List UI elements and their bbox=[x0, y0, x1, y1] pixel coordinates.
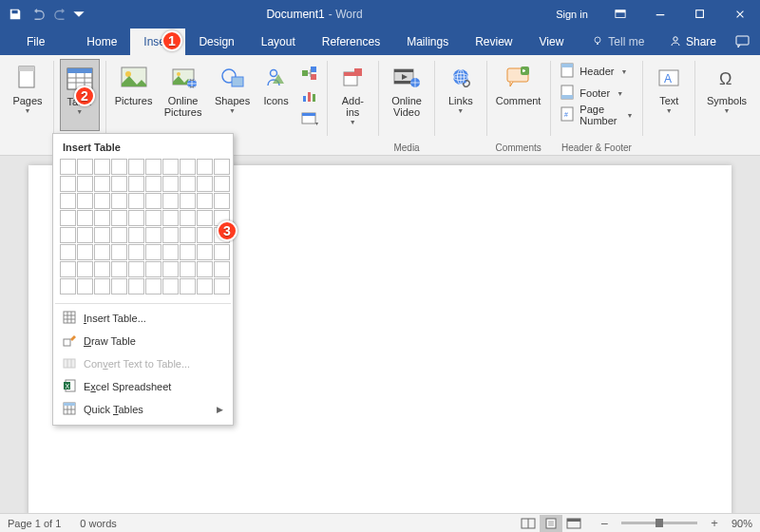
table-grid-cell[interactable] bbox=[94, 278, 110, 294]
table-grid-cell[interactable] bbox=[162, 244, 179, 260]
table-grid-cell[interactable] bbox=[94, 193, 110, 209]
table-grid-cell[interactable] bbox=[77, 193, 93, 209]
table-grid-cell[interactable] bbox=[111, 210, 127, 226]
table-grid-cell[interactable] bbox=[111, 278, 127, 294]
tab-design[interactable]: Design bbox=[185, 28, 247, 55]
table-grid-cell[interactable] bbox=[128, 159, 144, 175]
table-grid-cell[interactable] bbox=[162, 210, 179, 226]
zoom-level[interactable]: 90% bbox=[732, 518, 752, 529]
menu-quick-tables[interactable]: Quick Tables▶ bbox=[53, 398, 233, 421]
table-grid-cell[interactable] bbox=[77, 261, 93, 277]
table-grid-cell[interactable] bbox=[128, 227, 144, 243]
table-grid-cell[interactable] bbox=[214, 193, 230, 209]
table-grid-cell[interactable] bbox=[60, 261, 76, 277]
zoom-slider[interactable] bbox=[621, 522, 697, 524]
minimize-button[interactable] bbox=[640, 0, 680, 28]
table-grid-cell[interactable] bbox=[145, 278, 162, 294]
table-grid-cell[interactable] bbox=[214, 261, 230, 277]
smartart-button[interactable] bbox=[298, 63, 321, 84]
table-grid-cell[interactable] bbox=[162, 227, 179, 243]
table-grid-cell[interactable] bbox=[60, 227, 76, 243]
table-grid-cell[interactable] bbox=[128, 261, 144, 277]
icons-button[interactable]: Icons bbox=[256, 59, 296, 131]
table-grid-cell[interactable] bbox=[60, 278, 76, 294]
table-grid-cell[interactable] bbox=[197, 261, 213, 277]
table-grid-cell[interactable] bbox=[180, 227, 196, 243]
read-mode-button[interactable] bbox=[517, 515, 540, 532]
table-grid-cell[interactable] bbox=[94, 261, 110, 277]
table-grid-cell[interactable] bbox=[162, 193, 179, 209]
table-grid-cell[interactable] bbox=[77, 227, 93, 243]
status-words[interactable]: 0 words bbox=[80, 518, 117, 529]
header-button[interactable]: Header▼ bbox=[556, 61, 636, 82]
screenshot-button[interactable]: ▾ bbox=[298, 108, 321, 129]
table-grid-cell[interactable] bbox=[111, 244, 127, 260]
links-button[interactable]: Links▼ bbox=[441, 59, 481, 131]
table-grid-cell[interactable] bbox=[60, 159, 76, 175]
table-grid-cell[interactable] bbox=[197, 159, 213, 175]
table-grid-cell[interactable] bbox=[197, 210, 213, 226]
table-grid-cell[interactable] bbox=[111, 227, 127, 243]
menu-insert-table[interactable]: Insert Table... bbox=[53, 307, 233, 330]
table-grid-cell[interactable] bbox=[128, 210, 144, 226]
table-grid-cell[interactable] bbox=[162, 159, 179, 175]
ribbon-display-button[interactable] bbox=[600, 0, 640, 28]
table-grid-cell[interactable] bbox=[77, 159, 93, 175]
table-grid-cell[interactable] bbox=[180, 159, 196, 175]
table-grid-cell[interactable] bbox=[162, 261, 179, 277]
table-grid-cell[interactable] bbox=[180, 176, 196, 192]
online-pictures-button[interactable]: OnlinePictures bbox=[158, 59, 209, 131]
pages-button[interactable]: Pages▼ bbox=[8, 59, 48, 131]
zoom-out-button[interactable]: − bbox=[593, 515, 616, 532]
table-grid-cell[interactable] bbox=[94, 244, 110, 260]
table-grid-cell[interactable] bbox=[145, 244, 162, 260]
table-grid-cell[interactable] bbox=[111, 193, 127, 209]
table-grid-cell[interactable] bbox=[111, 176, 127, 192]
sign-in-button[interactable]: Sign in bbox=[543, 0, 600, 28]
online-video-button[interactable]: OnlineVideo bbox=[385, 59, 428, 131]
tell-me-search[interactable]: Tell me bbox=[582, 28, 654, 55]
table-grid-cell[interactable] bbox=[214, 176, 230, 192]
table-grid-cell[interactable] bbox=[197, 244, 213, 260]
tab-home[interactable]: Home bbox=[73, 28, 130, 55]
table-grid-cell[interactable] bbox=[180, 261, 196, 277]
table-grid-cell[interactable] bbox=[162, 176, 179, 192]
table-grid-cell[interactable] bbox=[94, 159, 110, 175]
page-number-button[interactable]: #Page Number▼ bbox=[556, 104, 636, 125]
status-page[interactable]: Page 1 of 1 bbox=[8, 518, 61, 529]
tab-mailings[interactable]: Mailings bbox=[393, 28, 462, 55]
table-grid-cell[interactable] bbox=[94, 210, 110, 226]
table-grid-cell[interactable] bbox=[111, 261, 127, 277]
table-grid-cell[interactable] bbox=[60, 176, 76, 192]
tab-review[interactable]: Review bbox=[462, 28, 525, 55]
qat-customize-button[interactable] bbox=[72, 1, 86, 28]
table-grid-cell[interactable] bbox=[197, 227, 213, 243]
table-grid-cell[interactable] bbox=[94, 227, 110, 243]
table-grid-cell[interactable] bbox=[145, 210, 162, 226]
table-grid-cell[interactable] bbox=[180, 193, 196, 209]
table-grid-cell[interactable] bbox=[145, 227, 162, 243]
share-button[interactable]: Share bbox=[660, 28, 726, 55]
table-grid-cell[interactable] bbox=[214, 244, 230, 260]
table-grid-cell[interactable] bbox=[128, 193, 144, 209]
table-grid-cell[interactable] bbox=[145, 193, 162, 209]
table-grid-cell[interactable] bbox=[77, 210, 93, 226]
table-size-grid[interactable] bbox=[53, 159, 233, 300]
web-layout-button[interactable] bbox=[562, 515, 585, 532]
tab-view[interactable]: View bbox=[526, 28, 578, 55]
footer-button[interactable]: Footer▼ bbox=[556, 83, 636, 104]
tab-references[interactable]: References bbox=[309, 28, 393, 55]
zoom-in-button[interactable]: + bbox=[703, 515, 726, 532]
table-grid-cell[interactable] bbox=[162, 278, 179, 294]
undo-button[interactable] bbox=[27, 1, 49, 28]
maximize-button[interactable] bbox=[680, 0, 720, 28]
table-grid-cell[interactable] bbox=[128, 244, 144, 260]
save-button[interactable] bbox=[4, 1, 27, 28]
table-grid-cell[interactable] bbox=[180, 210, 196, 226]
table-grid-cell[interactable] bbox=[180, 244, 196, 260]
table-grid-cell[interactable] bbox=[197, 278, 213, 294]
table-grid-cell[interactable] bbox=[145, 261, 162, 277]
table-grid-cell[interactable] bbox=[128, 278, 144, 294]
table-grid-cell[interactable] bbox=[60, 210, 76, 226]
table-grid-cell[interactable] bbox=[197, 176, 213, 192]
